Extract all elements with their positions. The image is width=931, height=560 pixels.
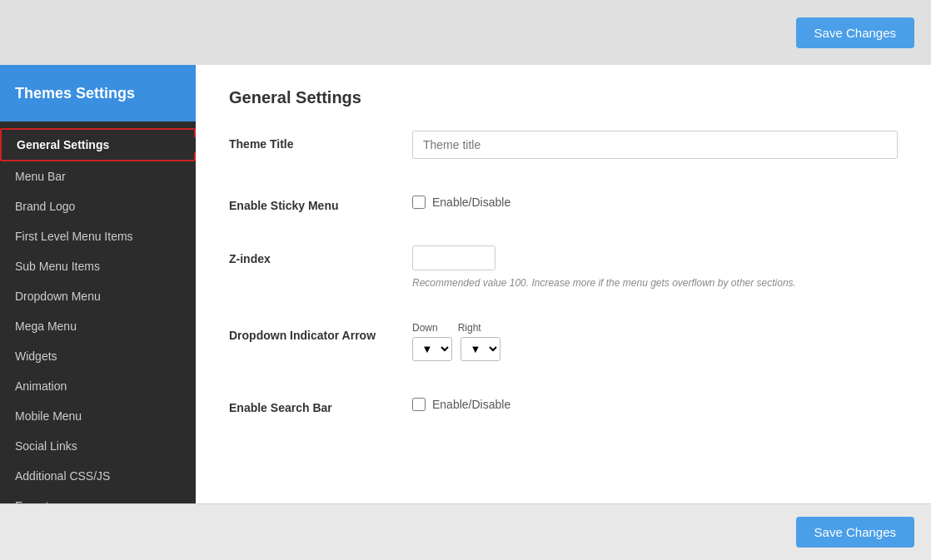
sidebar-item-label: First Level Menu Items bbox=[15, 230, 133, 243]
sticky-menu-checkbox-row: Enable/Disable bbox=[412, 192, 898, 209]
form-row-search-bar: Enable Search Bar Enable/Disable bbox=[229, 394, 898, 423]
form-row-dropdown-arrow: Dropdown Indicator Arrow Down Right ▼ bbox=[229, 322, 898, 369]
search-bar-label: Enable Search Bar bbox=[229, 394, 412, 414]
sidebar-item-label: Dropdown Menu bbox=[15, 290, 101, 303]
dropdown-down-label: Down bbox=[412, 322, 438, 334]
sidebar-item-first-level-menu-items[interactable]: First Level Menu Items bbox=[0, 221, 196, 251]
sidebar-item-label: Export bbox=[15, 499, 48, 503]
sidebar-item-label: Social Links bbox=[15, 439, 77, 453]
sidebar-item-sub-menu-items[interactable]: Sub Menu Items bbox=[0, 251, 196, 281]
sidebar-item-label: General Settings bbox=[17, 138, 109, 151]
dropdown-arrow-row: Down Right ▼ ▼ bbox=[412, 322, 898, 361]
form-row-zindex: Z-index Recommended value 100. Increase … bbox=[229, 245, 898, 297]
main-area: Themes Settings General Settings Menu Ba… bbox=[0, 65, 931, 503]
page-title: General Settings bbox=[229, 88, 898, 107]
sidebar-item-social-links[interactable]: Social Links bbox=[0, 431, 196, 461]
sidebar-item-label: Animation bbox=[15, 379, 67, 393]
dropdown-right-label: Right bbox=[458, 322, 481, 334]
search-bar-checkbox[interactable] bbox=[412, 398, 426, 411]
zindex-label: Z-index bbox=[229, 245, 412, 265]
sidebar-item-label: Mega Menu bbox=[15, 320, 77, 333]
sidebar: Themes Settings General Settings Menu Ba… bbox=[0, 65, 196, 503]
sidebar-item-animation[interactable]: Animation bbox=[0, 371, 196, 401]
save-changes-button-top[interactable]: Save Changes bbox=[796, 17, 914, 48]
sidebar-item-mega-menu[interactable]: Mega Menu bbox=[0, 311, 196, 341]
zindex-input[interactable] bbox=[412, 245, 495, 270]
sidebar-item-brand-logo[interactable]: Brand Logo bbox=[0, 191, 196, 221]
theme-title-label: Theme Title bbox=[229, 131, 412, 151]
dropdown-down-select[interactable]: ▼ bbox=[412, 337, 452, 361]
content-area: General Settings Theme Title Enable Stic… bbox=[196, 65, 931, 503]
zindex-control: Recommended value 100. Increase more if … bbox=[412, 245, 898, 289]
sidebar-item-dropdown-menu[interactable]: Dropdown Menu bbox=[0, 281, 196, 311]
sticky-menu-control: Enable/Disable bbox=[412, 192, 898, 209]
sidebar-item-widgets[interactable]: Widgets bbox=[0, 341, 196, 371]
sidebar-item-label: Menu Bar bbox=[15, 170, 66, 183]
sidebar-item-mobile-menu[interactable]: Mobile Menu bbox=[0, 401, 196, 431]
sidebar-item-general-settings[interactable]: General Settings bbox=[0, 128, 196, 161]
search-bar-control: Enable/Disable bbox=[412, 394, 898, 411]
sidebar-item-label: Additional CSS/JS bbox=[15, 469, 110, 483]
form-row-theme-title: Theme Title bbox=[229, 131, 898, 167]
save-changes-button-bottom[interactable]: Save Changes bbox=[796, 517, 914, 548]
dropdown-arrow-label: Dropdown Indicator Arrow bbox=[229, 322, 412, 342]
sidebar-item-export[interactable]: Export bbox=[0, 491, 196, 503]
sidebar-title: Themes Settings bbox=[15, 85, 135, 102]
content-inner: General Settings Theme Title Enable Stic… bbox=[196, 65, 931, 503]
sidebar-item-label: Sub Menu Items bbox=[15, 260, 100, 273]
dropdown-right-select[interactable]: ▼ bbox=[461, 337, 500, 361]
zindex-hint: Recommended value 100. Increase more if … bbox=[412, 277, 796, 289]
dropdown-selects: ▼ ▼ bbox=[412, 337, 898, 361]
sidebar-item-label: Widgets bbox=[15, 349, 57, 363]
top-bar: Save Changes bbox=[0, 0, 931, 65]
dropdown-arrow-control: Down Right ▼ ▼ bbox=[412, 322, 898, 361]
sidebar-header: Themes Settings bbox=[0, 65, 196, 121]
dropdown-arrow-labels: Down Right bbox=[412, 322, 898, 334]
bottom-bar: Save Changes bbox=[0, 503, 931, 560]
sidebar-item-label: Brand Logo bbox=[15, 200, 75, 213]
form-row-sticky-menu: Enable Sticky Menu Enable/Disable bbox=[229, 192, 898, 221]
sidebar-item-menu-bar[interactable]: Menu Bar bbox=[0, 161, 196, 191]
search-bar-checkbox-row: Enable/Disable bbox=[412, 394, 898, 411]
sticky-menu-checkbox[interactable] bbox=[412, 196, 426, 209]
sticky-menu-checkbox-label: Enable/Disable bbox=[432, 196, 510, 209]
search-bar-checkbox-label: Enable/Disable bbox=[432, 398, 510, 411]
sidebar-item-additional-css-js[interactable]: Additional CSS/JS bbox=[0, 461, 196, 491]
sticky-menu-label: Enable Sticky Menu bbox=[229, 192, 412, 212]
theme-title-control bbox=[412, 131, 898, 159]
sidebar-item-label: Mobile Menu bbox=[15, 409, 82, 423]
sidebar-nav: General Settings Menu Bar Brand Logo Fir… bbox=[0, 121, 196, 503]
theme-title-input[interactable] bbox=[412, 131, 898, 159]
